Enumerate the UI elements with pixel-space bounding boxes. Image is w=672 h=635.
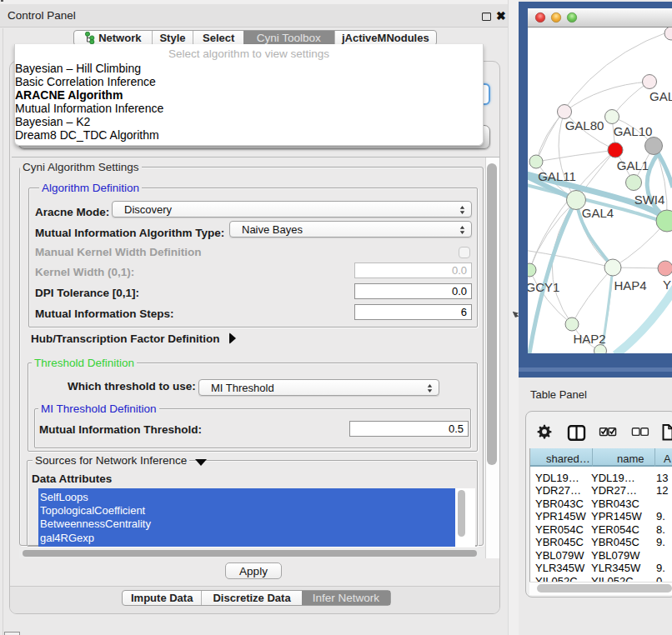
svg-text:HAP2: HAP2 <box>573 332 605 346</box>
svg-text:HAP4: HAP4 <box>614 278 646 292</box>
svg-text:GAL80: GAL80 <box>565 118 604 132</box>
svg-text:GAL4: GAL4 <box>582 206 614 220</box>
svg-text:GAL11: GAL11 <box>538 169 576 183</box>
svg-text:GCY1: GCY1 <box>528 280 559 294</box>
svg-text:GAL7: GAL7 <box>649 89 672 103</box>
svg-text:GAL10: GAL10 <box>614 124 653 138</box>
svg-text:GAL1: GAL1 <box>617 158 649 172</box>
svg-text:SWI4: SWI4 <box>634 192 665 207</box>
svg-text:Y: Y <box>663 278 671 292</box>
